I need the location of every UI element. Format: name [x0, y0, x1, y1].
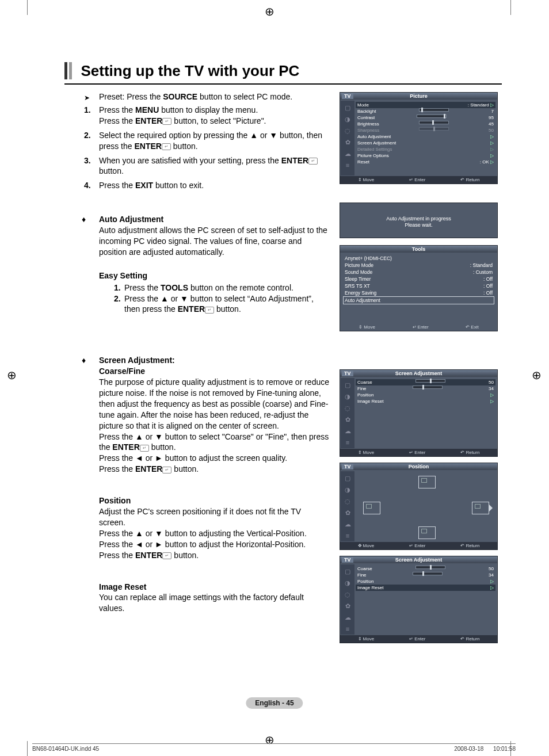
arrow-icon: ➤	[84, 94, 90, 102]
arrow-right-icon	[472, 502, 489, 514]
enter-icon: ↵	[308, 158, 318, 165]
osd-footer: ⇕Move ↵Enter ↶Return	[340, 635, 497, 643]
registration-mark-top: ⊕	[265, 5, 274, 18]
registration-mark-right: ⊕	[532, 368, 542, 382]
osd-auto-adjustment: Auto Adjustment in progressPlease wait.	[340, 203, 498, 238]
print-footer: BN68-01464D-UK.indd 45 2008-03-18 10:01:…	[32, 743, 516, 746]
osd-icon-column: ▢◑◌✿☁≡	[341, 471, 354, 541]
arrow-down-icon	[418, 526, 436, 539]
crop-mark	[510, 0, 511, 15]
enter-icon: ↵	[162, 143, 171, 150]
page-title: Setting up the TV with your PC	[81, 62, 299, 79]
crop-mark	[26, 0, 28, 15]
step-3: 3. When you are satisfied with your sett…	[84, 155, 326, 177]
osd-icon-column: ▢◑◌✿☁≡	[341, 564, 354, 635]
arrow-left-icon	[363, 502, 380, 514]
enter-icon: ↵	[205, 307, 214, 314]
section-image-reset: Image Reset You can replace all image se…	[84, 582, 329, 614]
section-auto-adjustment: ♦ Auto Adjustment Auto adjustment allows…	[84, 214, 329, 258]
osd-screen-adjustment: TV Screen Adjustment ▢◑◌✿☁≡ Coarse50Fine…	[340, 369, 498, 457]
section-position: Position Adjust the PC's screen position…	[84, 495, 329, 560]
step-2: 2. Select the required option by pressin…	[84, 130, 326, 152]
enter-icon: ↵	[162, 552, 171, 559]
arrow-up-icon	[418, 476, 436, 488]
step-4: 4. Press the EXIT button to exit.	[84, 180, 326, 191]
registration-mark-left: ⊕	[7, 368, 17, 382]
section-screen-adjustment: ♦ Screen Adjustment: Coarse/Fine The pur…	[84, 355, 329, 475]
osd-footer: ⇕Move ↵Enter ↶Exit	[340, 323, 497, 331]
bullet-icon: ♦	[82, 214, 86, 225]
osd-screen-adjustment-2: TV Screen Adjustment ▢◑◌✿☁≡ Coarse50Fine…	[340, 556, 498, 643]
bullet-icon: ♦	[82, 355, 86, 366]
enter-icon: ↵	[140, 445, 149, 452]
step-1: 1. Press the MENU button to display the …	[84, 105, 326, 127]
osd-tools-menu: Tools Anynet+ (HDMI-CEC)Picture Mode: St…	[340, 245, 498, 331]
osd-footer: ✥Move ↵Enter ↶Return	[340, 542, 497, 549]
osd-footer: ⇕Move ↵Enter ↶Return	[340, 176, 497, 184]
instruction-steps: 1. Press the MENU button to display the …	[84, 105, 326, 191]
page-heading: Setting up the TV with your PC	[64, 62, 502, 85]
osd-position: TV Position ▢◑◌✿☁≡ ✥Move ↵Enter ↶Return	[340, 463, 498, 550]
osd-footer: ⇕Move ↵Enter ↶Return	[340, 449, 497, 456]
section-easy-setting: Easy Setting 1.Press the TOOLS button on…	[84, 270, 329, 315]
osd-icon-column: ▢◑◌✿☁≡	[341, 101, 354, 175]
enter-icon: ↵	[162, 118, 171, 125]
page-number: English - 45	[246, 697, 303, 709]
osd-picture-menu: TV Picture ▢◑◌✿☁≡ Mode: Standard ▷Backli…	[340, 92, 498, 184]
crop-mark	[26, 741, 28, 756]
enter-icon: ↵	[162, 467, 171, 474]
osd-icon-column: ▢◑◌✿☁≡	[341, 378, 354, 448]
